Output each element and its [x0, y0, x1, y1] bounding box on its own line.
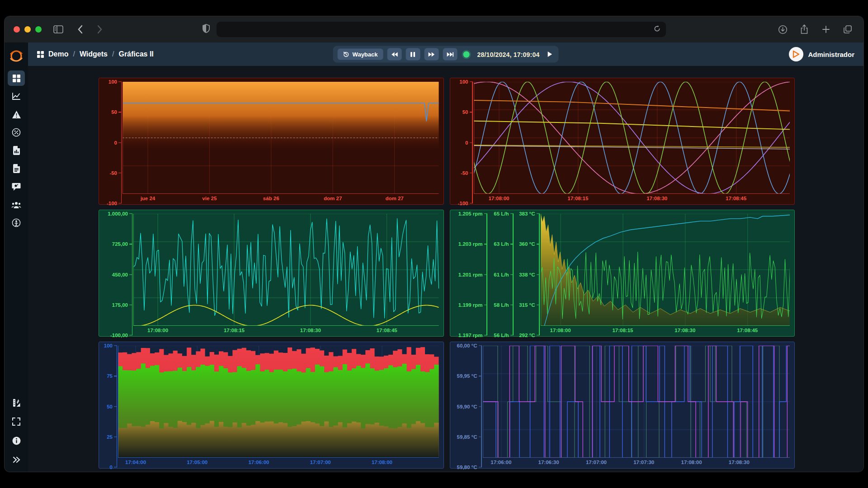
- y-tick-label: 100: [104, 343, 113, 348]
- breadcrumb-item[interactable]: Widgets: [80, 50, 108, 58]
- wayback-label: Wayback: [353, 51, 378, 58]
- x-tick-label: 17:08:00: [372, 460, 392, 465]
- sidebar-item-alerts[interactable]: [8, 107, 25, 122]
- x-tick-label: 17:08:00: [488, 196, 509, 201]
- y-tick-label: 75: [107, 373, 113, 379]
- breadcrumb-item[interactable]: Gráficas II: [118, 50, 153, 58]
- sidebar-nav: [8, 70, 25, 230]
- zoom-window-button[interactable]: [35, 26, 42, 33]
- y-tick-label: 0: [114, 140, 117, 145]
- y-tick-label: 100: [108, 79, 117, 84]
- x-tick-label: jue 24: [141, 196, 156, 201]
- sidebar-item-fullscreen[interactable]: [8, 414, 25, 429]
- x-tick-label: 17:08:15: [567, 196, 588, 201]
- download-icon[interactable]: [776, 23, 789, 36]
- y-tick-label: 1.199 rpm: [458, 302, 483, 308]
- sidebar-item-expand[interactable]: [8, 452, 25, 467]
- x-tick-label: 17:05:00: [187, 460, 208, 465]
- y-tick-label: 175,00: [112, 302, 128, 308]
- app-header: Demo / Widgets / Gráficas II Wayback: [28, 42, 863, 66]
- y-tick-label: 1.205 rpm: [458, 211, 483, 216]
- sidebar-toggle-icon[interactable]: [52, 23, 65, 36]
- y-tick-label: 60,00 °C: [457, 343, 477, 348]
- y-tick-label: 56 L/h: [494, 333, 509, 338]
- rewind-icon[interactable]: [387, 48, 402, 61]
- skip-end-icon[interactable]: [443, 48, 458, 61]
- x-tick-label: dom 27: [324, 196, 342, 201]
- sidebar-item-access[interactable]: [8, 215, 25, 230]
- y-tick-label: 50: [107, 404, 113, 409]
- x-tick-label: 17:07:00: [586, 460, 607, 465]
- share-icon[interactable]: [797, 23, 811, 36]
- y-tick-label: 58 L/h: [494, 302, 509, 308]
- user-menu[interactable]: Administrador: [789, 47, 854, 61]
- shield-icon[interactable]: [202, 23, 210, 35]
- x-tick-label: 17:08:15: [612, 328, 633, 333]
- charts-grid: 100500-50-100jue 24vie 25sáb 26dom 27dom…: [99, 78, 795, 469]
- x-tick-label: vie 25: [202, 196, 217, 201]
- reload-icon[interactable]: [654, 25, 660, 34]
- fast-forward-icon[interactable]: [425, 48, 439, 61]
- chart-panel-ruido-cian[interactable]: 1.000,00725,00450,00175,00-100,0017:08:0…: [99, 210, 444, 337]
- new-tab-icon[interactable]: [819, 23, 833, 36]
- x-tick-label: 17:08:00: [147, 328, 168, 333]
- chart-canvas[interactable]: [133, 214, 439, 326]
- chart-canvas[interactable]: [118, 346, 439, 458]
- sidebar-item-documents[interactable]: [8, 161, 25, 176]
- sidebar-item-trends[interactable]: [8, 89, 25, 104]
- breadcrumb: Demo / Widgets / Gráficas II: [37, 50, 154, 58]
- y-tick-label: 59,95 °C: [457, 373, 477, 379]
- chart-canvas[interactable]: [123, 82, 439, 194]
- y-axis: 100500-50-100: [102, 82, 123, 203]
- x-tick-label: 17:08:15: [224, 328, 245, 333]
- y-tick-label: 59,85 °C: [457, 434, 477, 440]
- sidebar-item-info[interactable]: [8, 433, 25, 448]
- sidebar-bottom: [8, 395, 25, 467]
- y-axis: 60,00 °C59,95 °C59,90 °C59,85 °C59,80 °C: [453, 346, 483, 467]
- y-tick-label: 61 L/h: [494, 272, 509, 277]
- grid-icon[interactable]: [37, 51, 44, 58]
- sidebar-item-percent[interactable]: [8, 125, 25, 140]
- pause-icon[interactable]: [406, 48, 420, 61]
- chart-panel-area-naranja[interactable]: 100500-50-100jue 24vie 25sáb 26dom 27dom…: [99, 78, 444, 205]
- y-tick-label: -100: [458, 201, 468, 206]
- y-tick-label: 65 L/h: [494, 211, 509, 216]
- chart-panel-pasos-temperatura[interactable]: 60,00 °C59,95 °C59,90 °C59,85 °C59,80 °C…: [450, 342, 795, 469]
- chart-canvas[interactable]: [541, 214, 790, 326]
- x-tick-label: 17:08:30: [729, 460, 750, 465]
- chart-panel-senoides[interactable]: 100500-50-10017:08:0017:08:1517:08:3017:…: [450, 78, 795, 205]
- y-tick-label: 383 °C: [519, 211, 535, 216]
- wayback-button[interactable]: Wayback: [338, 49, 383, 60]
- y-tick-label: -50: [461, 170, 468, 176]
- forward-icon[interactable]: [93, 23, 107, 36]
- breadcrumb-item[interactable]: Demo: [48, 50, 68, 58]
- y-tick-label: 100: [459, 79, 468, 84]
- x-tick-label: sáb 26: [263, 196, 279, 201]
- chart-canvas[interactable]: [483, 346, 790, 458]
- back-icon[interactable]: [73, 23, 87, 36]
- chart-canvas[interactable]: [474, 82, 790, 194]
- play-icon[interactable]: [545, 52, 554, 57]
- y-tick-label: 315 °C: [519, 302, 535, 308]
- sidebar-item-reports[interactable]: [8, 143, 25, 158]
- y-tick-label: 59,80 °C: [457, 465, 477, 470]
- y-axis: 100500-50-100: [453, 82, 474, 203]
- x-tick-label: 17:08:30: [646, 196, 667, 201]
- close-window-button[interactable]: [14, 26, 20, 33]
- sidebar-item-users[interactable]: [8, 197, 25, 212]
- timestamp: 28/10/2024, 17:09:04: [477, 51, 540, 58]
- chart-panel-multi-eje[interactable]: 1.205 rpm1.203 rpm1.201 rpm1.199 rpm1.19…: [450, 210, 795, 337]
- x-tick-label: 17:08:30: [300, 328, 321, 333]
- app-logo[interactable]: [8, 48, 24, 64]
- y-axis: 1.205 rpm1.203 rpm1.201 rpm1.199 rpm1.19…: [453, 214, 488, 335]
- y-tick-label: 25: [107, 434, 113, 440]
- chart-panel-areas-apiladas[interactable]: 100755025017:04:0017:05:0017:06:0017:07:…: [99, 342, 444, 469]
- sidebar-item-design[interactable]: [8, 395, 25, 410]
- minimize-window-button[interactable]: [24, 26, 31, 33]
- y-tick-label: 338 °C: [519, 272, 535, 277]
- y-tick-label: 292 °C: [519, 333, 535, 338]
- address-bar[interactable]: [217, 22, 666, 37]
- sidebar-item-dashboard[interactable]: [8, 70, 25, 86]
- sidebar-item-chat[interactable]: [8, 179, 25, 194]
- tabs-icon[interactable]: [841, 23, 854, 36]
